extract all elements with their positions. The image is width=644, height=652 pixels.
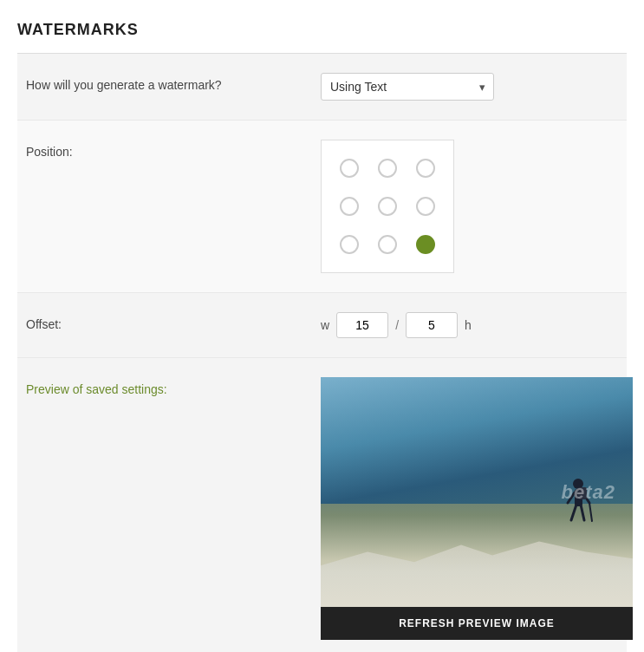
offset-h-label: h bbox=[465, 318, 472, 332]
watermark-type-select[interactable]: Using Text Using Image bbox=[321, 73, 494, 101]
position-content bbox=[321, 140, 618, 273]
position-label: Position: bbox=[26, 140, 321, 159]
watermark-text-preview: beta2 bbox=[562, 481, 615, 504]
grid-cell-2-0[interactable] bbox=[332, 227, 367, 262]
radio-2-1[interactable] bbox=[378, 235, 397, 254]
offset-w-input[interactable] bbox=[336, 312, 388, 338]
watermark-type-label: How will you generate a watermark? bbox=[26, 73, 321, 92]
preview-row: Preview of saved settings: bbox=[17, 358, 627, 652]
radio-1-0[interactable] bbox=[340, 197, 359, 216]
grid-cell-1-1[interactable] bbox=[370, 189, 405, 224]
offset-content: w / h bbox=[321, 312, 618, 338]
offset-separator: / bbox=[395, 318, 399, 332]
grid-cell-1-2[interactable] bbox=[408, 189, 443, 224]
preview-label: Preview of saved settings: bbox=[26, 377, 321, 396]
offset-label: Offset: bbox=[26, 312, 321, 331]
radio-0-2[interactable] bbox=[416, 159, 435, 178]
preview-content: beta2 REFRESH PREVIEW IMAGE bbox=[321, 377, 633, 640]
radio-1-2[interactable] bbox=[416, 197, 435, 216]
watermark-type-select-wrapper: Using Text Using Image bbox=[321, 73, 494, 101]
radio-2-2-selected[interactable] bbox=[416, 235, 435, 254]
grid-cell-0-2[interactable] bbox=[408, 151, 443, 186]
radio-0-1[interactable] bbox=[378, 159, 397, 178]
grid-cell-1-0[interactable] bbox=[332, 189, 367, 224]
offset-row: Offset: w / h bbox=[17, 293, 627, 358]
position-grid bbox=[321, 140, 454, 273]
radio-1-1[interactable] bbox=[378, 197, 397, 216]
grid-cell-2-2[interactable] bbox=[408, 227, 443, 262]
page-title: WATERMARKS bbox=[17, 21, 627, 39]
refresh-preview-button[interactable]: REFRESH PREVIEW IMAGE bbox=[321, 607, 633, 640]
page-container: WATERMARKS How will you generate a water… bbox=[0, 0, 644, 652]
offset-w-label: w bbox=[321, 318, 329, 332]
svg-line-5 bbox=[571, 505, 576, 520]
offset-inputs: w / h bbox=[321, 312, 618, 338]
radio-0-0[interactable] bbox=[340, 159, 359, 178]
watermark-type-content: Using Text Using Image bbox=[321, 73, 618, 101]
radio-2-0[interactable] bbox=[340, 235, 359, 254]
svg-line-4 bbox=[589, 503, 592, 521]
grid-cell-2-1[interactable] bbox=[370, 227, 405, 262]
preview-image: beta2 bbox=[321, 377, 633, 607]
grid-cell-0-1[interactable] bbox=[370, 151, 405, 186]
grid-cell-0-0[interactable] bbox=[332, 151, 367, 186]
position-row: Position: bbox=[17, 121, 627, 293]
snow-layer bbox=[321, 538, 633, 608]
offset-h-input[interactable] bbox=[406, 312, 458, 338]
watermark-type-row: How will you generate a watermark? Using… bbox=[17, 54, 627, 121]
svg-line-6 bbox=[581, 505, 584, 520]
